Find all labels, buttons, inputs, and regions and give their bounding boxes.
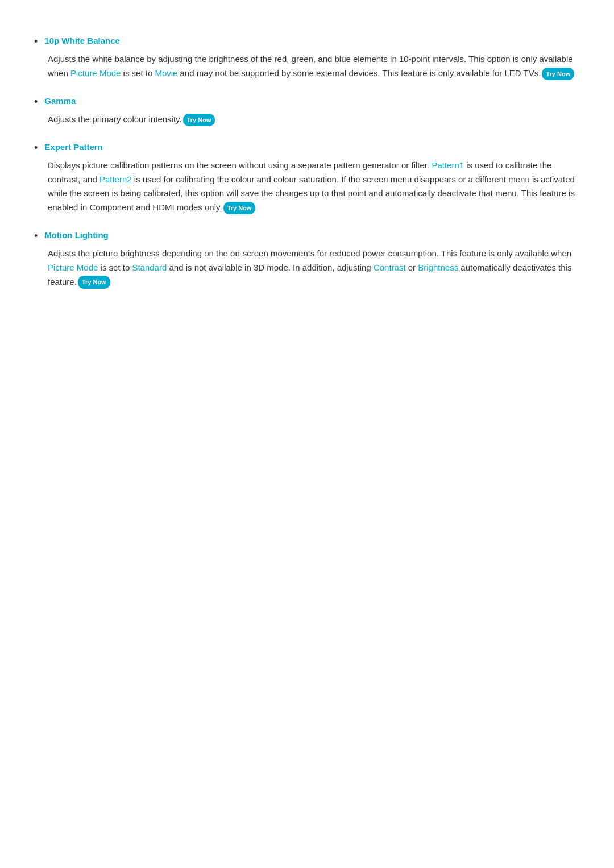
item-title-motion-lighting[interactable]: Motion Lighting — [44, 229, 108, 242]
link-brightness[interactable]: Brightness — [418, 263, 458, 272]
feature-list: •10p White BalanceAdjusts the white bala… — [34, 34, 580, 289]
content-area: •10p White BalanceAdjusts the white bala… — [34, 23, 580, 314]
bullet-icon: • — [34, 35, 38, 49]
link-pattern1[interactable]: Pattern1 — [432, 160, 464, 170]
bullet-icon: • — [34, 141, 38, 155]
item-header-expert-pattern: •Expert Pattern — [34, 140, 580, 155]
list-item-motion-lighting: •Motion LightingAdjusts the picture brig… — [34, 229, 580, 289]
bullet-icon: • — [34, 229, 38, 243]
try-now-badge[interactable]: Try Now — [223, 202, 256, 214]
item-title-gamma[interactable]: Gamma — [44, 94, 76, 108]
list-item-10p-white-balance: •10p White BalanceAdjusts the white bala… — [34, 34, 580, 81]
link-contrast[interactable]: Contrast — [374, 263, 406, 272]
item-title-expert-pattern[interactable]: Expert Pattern — [44, 140, 103, 154]
item-description-10p-white-balance: Adjusts the white balance by adjusting t… — [34, 52, 580, 81]
link-pattern2[interactable]: Pattern2 — [99, 175, 132, 184]
try-now-badge[interactable]: Try Now — [78, 276, 110, 288]
bullet-icon: • — [34, 95, 38, 109]
try-now-badge[interactable]: Try Now — [183, 114, 215, 126]
item-description-expert-pattern: Displays picture calibration patterns on… — [34, 159, 580, 215]
link-standard[interactable]: Standard — [132, 263, 167, 272]
try-now-badge[interactable]: Try Now — [542, 68, 574, 80]
link-picture-mode[interactable]: Picture Mode — [70, 68, 121, 78]
item-title-10p-white-balance[interactable]: 10p White Balance — [44, 34, 120, 48]
item-header-motion-lighting: •Motion Lighting — [34, 229, 580, 243]
item-header-10p-white-balance: •10p White Balance — [34, 34, 580, 49]
list-item-expert-pattern: •Expert PatternDisplays picture calibrat… — [34, 140, 580, 215]
item-header-gamma: •Gamma — [34, 94, 580, 109]
item-description-gamma: Adjusts the primary colour intensity.Try… — [34, 113, 580, 127]
list-item-gamma: •GammaAdjusts the primary colour intensi… — [34, 94, 580, 127]
item-description-motion-lighting: Adjusts the picture brightness depending… — [34, 247, 580, 289]
link-movie[interactable]: Movie — [155, 68, 177, 78]
link-picture-mode[interactable]: Picture Mode — [48, 263, 98, 272]
